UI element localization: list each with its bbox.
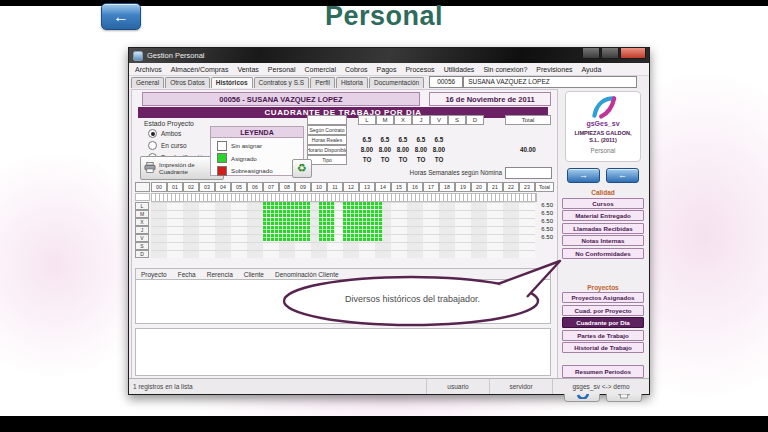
horas-semanales-input[interactable]	[505, 167, 552, 179]
grid-body[interactable]: L6.50M6.50X6.50J6.50V6.50SD	[135, 202, 554, 258]
week-value	[448, 135, 466, 144]
assigned-block-x[interactable]	[343, 218, 383, 225]
assigned-block-l[interactable]	[319, 202, 335, 209]
menu-item-pagos[interactable]: Pagos	[377, 66, 397, 73]
app-window: Gestion Personal ArchivosAlmacén/Compras…	[128, 47, 650, 395]
assigned-block-l[interactable]	[263, 202, 311, 209]
sidebar-button-no-conformidades[interactable]: No Conformidades	[562, 248, 644, 259]
employee-name-field[interactable]: SUSANA VAZQUEZ LOPEZ	[463, 76, 637, 88]
quarter-ticks-row	[151, 193, 537, 202]
assigned-block-j[interactable]	[263, 226, 311, 233]
menu-item-cobros[interactable]: Cobros	[345, 66, 368, 73]
legend-label-sin-asignar: Sin asignar	[231, 142, 262, 149]
day-hour-grid: L6.50M6.50X6.50J6.50V6.50SD 000102030405…	[135, 182, 554, 258]
menu-item-archivos[interactable]: Archivos	[135, 66, 162, 73]
week-value	[466, 135, 484, 144]
tab-contratos-y-s-s[interactable]: Contratos y S.S	[254, 77, 310, 88]
week-value: TO	[358, 155, 376, 164]
assigned-block-j[interactable]	[343, 226, 383, 233]
week-value: TO	[412, 155, 430, 164]
legend-label-asignado: Asignado	[231, 155, 257, 162]
week-total-value	[505, 125, 551, 134]
hour-header-10: 10	[311, 182, 327, 192]
assigned-block-x[interactable]	[263, 218, 311, 225]
menu-item-almac-n-compras[interactable]: Almacén/Compras	[171, 66, 229, 73]
assigned-block-m[interactable]	[343, 210, 383, 217]
radio-dot-en-curso[interactable]	[148, 141, 157, 150]
records-count: 1 registros en la lista	[129, 379, 427, 394]
company-name: LIMPIEZAS GALDON, S.L. (2011)	[566, 130, 640, 143]
radio-option-ambos[interactable]: Ambos	[148, 129, 207, 138]
window-titlebar[interactable]: Gestion Personal	[129, 48, 649, 63]
menu-item-personal[interactable]: Personal	[268, 66, 296, 73]
annotation-callout: Diversos históricos del trabajador.	[280, 257, 565, 332]
menu-item-sin-conexion[interactable]: Sin conexion?	[483, 66, 527, 73]
week-value: 8.00	[412, 145, 430, 154]
minimize-button[interactable]	[582, 48, 600, 59]
tab-otros-datos[interactable]: Otros Datos	[165, 77, 210, 88]
assigned-block-l[interactable]	[343, 202, 383, 209]
hour-header-12: 12	[343, 182, 359, 192]
hour-header-01: 01	[167, 182, 183, 192]
column-header-fecha[interactable]: Fecha	[178, 271, 196, 278]
hour-header-05: 05	[231, 182, 247, 192]
tab-hist-ricos[interactable]: Históricos	[211, 77, 253, 88]
sidebar-button-material-entregado[interactable]: Material Entregado	[562, 210, 644, 221]
sidebar-section-calidad: Calidad	[558, 189, 648, 196]
tab-historia[interactable]: Historia	[336, 77, 368, 88]
day-total-l: 6.50	[531, 202, 553, 208]
sidebar-button-historial-de-trabajo[interactable]: Historial de Trabajo	[562, 342, 644, 353]
column-header-cliente[interactable]: Cliente	[244, 271, 264, 278]
tab-documentaci-n[interactable]: Documentación	[369, 77, 424, 88]
assigned-block-j[interactable]	[319, 226, 335, 233]
radio-dot-ambos[interactable]	[148, 129, 157, 138]
resumen-periodos-button[interactable]: Resumen Periodos	[562, 365, 644, 378]
sidebar-button-partes-de-trabajo[interactable]: Partes de Trabajo	[562, 330, 644, 341]
week-value	[448, 125, 466, 134]
sidebar-button-cursos[interactable]: Cursos	[562, 198, 644, 209]
assigned-block-v[interactable]	[343, 234, 383, 241]
tab-perfil[interactable]: Perfil	[310, 77, 335, 88]
assigned-block-v[interactable]	[263, 234, 311, 241]
menu-item-previsiones[interactable]: Previsiones	[536, 66, 572, 73]
nav-forward-button[interactable]: →	[567, 168, 600, 183]
hour-header-19: 19	[455, 182, 471, 192]
menu-item-ventas[interactable]: Ventas	[237, 66, 258, 73]
menu-item-utilidades[interactable]: Utilidades	[444, 66, 475, 73]
maximize-button[interactable]	[601, 48, 619, 59]
sidebar-button-proyectos-asignados[interactable]: Proyectos Asignados	[562, 292, 644, 303]
legend-swatch-asignado	[217, 153, 227, 163]
assigned-block-m[interactable]	[263, 210, 311, 217]
week-value: 6.5	[394, 135, 412, 144]
sidebar-button-notas-internas[interactable]: Notas Internas	[562, 235, 644, 246]
week-day-header-x: X	[394, 115, 412, 125]
hour-header-02: 02	[183, 182, 199, 192]
refresh-button[interactable]: ♻	[292, 159, 312, 178]
week-row-label-seg-n-contrato: Según Contrato	[307, 125, 347, 135]
day-label-m: M	[135, 210, 149, 218]
week-value: 8.00	[394, 145, 412, 154]
menu-item-procesos[interactable]: Procesos	[405, 66, 434, 73]
hour-header-16: 16	[407, 182, 423, 192]
employee-code-field[interactable]: 00056	[429, 76, 463, 88]
hour-header-18: 18	[439, 182, 455, 192]
hour-header-23: 23	[519, 182, 535, 192]
week-value: 6.5	[412, 135, 430, 144]
column-header-rerencia[interactable]: Rerencia	[207, 271, 233, 278]
column-header-proyecto[interactable]: Proyecto	[141, 271, 167, 278]
menu-item-comercial[interactable]: Comercial	[304, 66, 336, 73]
close-button[interactable]	[620, 48, 646, 59]
assigned-block-m[interactable]	[319, 210, 335, 217]
hour-header-15: 15	[391, 182, 407, 192]
day-label-s: S	[135, 242, 149, 250]
sidebar-button-llamadas-recibidas[interactable]: Llamadas Recibidas	[562, 223, 644, 234]
assigned-block-x[interactable]	[319, 218, 335, 225]
tab-bar: GeneralOtros DatosHistóricosContratos y …	[129, 76, 649, 88]
tab-general[interactable]: General	[131, 77, 164, 88]
sidebar-button-cuadrante-por-dia[interactable]: Cuadrante por Dia	[562, 317, 644, 328]
nav-back-button[interactable]: ←	[606, 168, 639, 183]
radio-option-en-curso[interactable]: En curso	[148, 141, 207, 150]
assigned-block-v[interactable]	[319, 234, 335, 241]
menu-item-ayuda[interactable]: Ayuda	[582, 66, 602, 73]
sidebar-button-cuad-por-proyecto[interactable]: Cuad. por Proyecto	[562, 305, 644, 316]
